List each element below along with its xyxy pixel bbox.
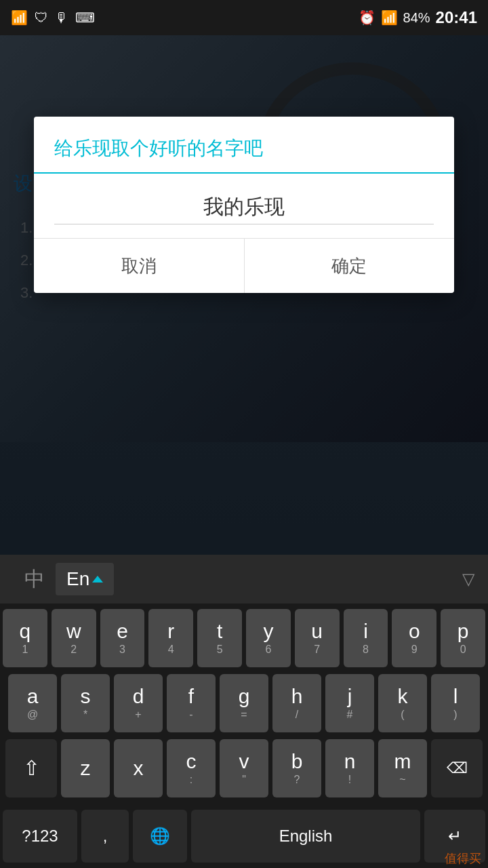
lang-en-label: En [66, 568, 89, 590]
key-a[interactable]: a@ [8, 674, 57, 732]
lang-cursor-icon [92, 576, 103, 583]
signal-icon: 📶 [381, 9, 398, 26]
backspace-key[interactable]: ⌫ [431, 739, 483, 797]
device-name-input[interactable] [54, 190, 434, 224]
lang-en-button[interactable]: En [56, 563, 114, 595]
space-label: English [279, 827, 333, 846]
key-t[interactable]: t5 [197, 609, 242, 667]
comma-label: , [103, 827, 108, 846]
key-l[interactable]: l) [431, 674, 480, 732]
key-s[interactable]: s* [61, 674, 110, 732]
key-y[interactable]: y6 [246, 609, 291, 667]
globe-icon: 🌐 [150, 827, 170, 846]
key-d[interactable]: d+ [114, 674, 163, 732]
dialog-actions: 取消 确定 [34, 239, 454, 293]
globe-key[interactable]: 🌐 [133, 810, 187, 863]
key-f[interactable]: f- [167, 674, 216, 732]
key-e[interactable]: e3 [100, 609, 145, 667]
key-n[interactable]: n! [325, 739, 374, 797]
enter-icon: ↵ [448, 827, 462, 846]
keyboard-toolbar: 中 En ▽ [0, 555, 488, 604]
key-v[interactable]: v" [220, 739, 268, 797]
kb-row-2: a@ s* d+ f- g= h/ j# k( l) [3, 674, 485, 732]
comma-key[interactable]: , [81, 810, 129, 863]
dialog-title: 给乐现取个好听的名字吧 [34, 117, 454, 172]
key-x[interactable]: x [114, 739, 163, 797]
key-w[interactable]: w2 [52, 609, 96, 667]
status-left-icons: 📶 🛡 🎙 ⌨ [11, 9, 95, 26]
key-m[interactable]: m~ [378, 739, 427, 797]
key-p[interactable]: p0 [441, 609, 485, 667]
shift-key[interactable]: ⇧ [5, 739, 57, 797]
key-b[interactable]: b? [272, 739, 321, 797]
key-u[interactable]: u7 [295, 609, 340, 667]
symbols-label: ?123 [22, 827, 58, 846]
key-z[interactable]: z [61, 739, 110, 797]
keyboard: 中 En ▽ q1 w2 e3 r4 t5 y6 u7 i8 o9 p0 a@ … [0, 555, 488, 868]
shield-icon: 🛡 [35, 10, 48, 26]
dialog-input-area [34, 174, 454, 238]
alarm-icon: ⏰ [359, 9, 375, 26]
key-h[interactable]: h/ [272, 674, 321, 732]
rename-dialog: 给乐现取个好听的名字吧 取消 确定 [34, 117, 454, 293]
key-q[interactable]: q1 [3, 609, 47, 667]
status-bar: 📶 🛡 🎙 ⌨ ⏰ 📶 84% 20:41 [0, 0, 488, 35]
key-j[interactable]: j# [325, 674, 374, 732]
keyboard-hide-button[interactable]: ▽ [462, 570, 474, 589]
watermark: 值得买 [445, 850, 481, 867]
kb-row-bottom: ?123 , 🌐 English ↵ [0, 810, 488, 863]
key-r[interactable]: r4 [148, 609, 193, 667]
kb-row-3: ⇧ z x c: v" b? n! m~ ⌫ [3, 739, 485, 797]
key-o[interactable]: o9 [392, 609, 436, 667]
lang-zh-button[interactable]: 中 [14, 560, 56, 599]
keyboard-rows: q1 w2 e3 r4 t5 y6 u7 i8 o9 p0 a@ s* d+ f… [0, 604, 488, 810]
space-key[interactable]: English [191, 810, 420, 863]
mic-icon: 🎙 [55, 10, 68, 26]
keyboard-icon: ⌨ [75, 9, 95, 26]
kb-row-1: q1 w2 e3 r4 t5 y6 u7 i8 o9 p0 [3, 609, 485, 667]
confirm-button[interactable]: 确定 [245, 239, 455, 293]
key-c[interactable]: c: [167, 739, 216, 797]
wifi-icon: 📶 [11, 9, 28, 26]
status-right: ⏰ 📶 84% 20:41 [359, 8, 477, 27]
battery-level: 84% [403, 10, 430, 26]
key-g[interactable]: g= [220, 674, 268, 732]
key-i[interactable]: i8 [344, 609, 388, 667]
key-k[interactable]: k( [378, 674, 427, 732]
cancel-button[interactable]: 取消 [34, 239, 244, 293]
clock: 20:41 [436, 8, 477, 27]
symbols-key[interactable]: ?123 [3, 810, 77, 863]
